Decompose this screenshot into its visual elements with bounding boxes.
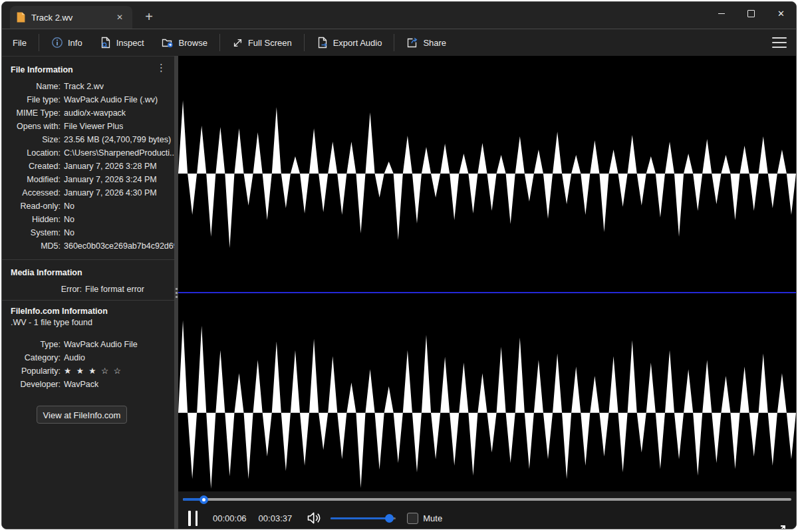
info-row: Popularity:★ ★ ★ ☆ ☆ [2,364,174,378]
info-row: Location:C:\Users\SharpenedProducti... [2,146,174,160]
file-information-title: File Information [2,65,174,74]
file-menu-button[interactable]: File [2,38,35,48]
minimize-button[interactable] [706,2,736,25]
desktop: Track 2.wv ✕ + ✕ File Info [0,0,798,532]
splitter-grip-icon [176,288,178,298]
toolbar-separator [219,34,220,51]
fileinfo-subtitle: .WV - 1 file type found [2,316,174,329]
new-tab-button[interactable]: + [139,7,159,27]
info-row: Hidden:No [2,213,174,226]
window-controls: ✕ [706,2,796,26]
maximize-button[interactable] [736,2,766,25]
info-row: Read-only:No [2,200,174,213]
title-bar: Track 2.wv ✕ + ✕ [2,2,796,29]
info-sidebar: ⋮ File Information Name:Track 2.wv File … [2,56,174,529]
fileinfo-title: FileInfo.com Information [2,307,174,316]
audio-viewer: 00:00:06 00:03:37 Mute [178,56,796,529]
browse-icon [162,37,174,49]
document-icon [17,12,25,23]
tab-title: Track 2.wv [31,13,114,23]
section-divider [2,300,174,301]
info-row: Category:Audio [2,351,174,364]
browse-button[interactable]: Browse [153,37,216,49]
file-viewer-plus-window: Track 2.wv ✕ + ✕ File Info [1,1,797,529]
volume-slider[interactable] [331,513,396,523]
waveform-display [178,56,796,491]
hamburger-menu-icon[interactable] [772,37,787,48]
seek-bar[interactable] [183,495,791,504]
volume-fill [331,517,390,519]
info-row: Accessed:January 7, 2026 4:30 PM [2,186,174,200]
share-button[interactable]: Share [398,37,455,49]
info-row: Developer:WavPack [2,378,174,391]
info-row: Opens with:File Viewer Plus [2,120,174,133]
section-divider [2,259,174,260]
view-at-fileinfo-button[interactable]: View at FileInfo.com [37,406,127,424]
minimize-icon [718,13,725,14]
kebab-menu-icon[interactable]: ⋮ [152,61,170,75]
pause-icon [196,511,198,526]
speaker-icon[interactable] [306,511,322,525]
info-row: Created:January 7, 2026 3:28 PM [2,160,174,173]
total-duration: 00:03:37 [259,513,293,523]
info-row: System:No [2,226,174,239]
seek-thumb[interactable] [200,495,208,504]
mute-control: Mute [407,513,442,524]
export-audio-button[interactable]: Export Audio [308,37,391,49]
toolbar: File Info Inspect [2,29,796,56]
info-row: Type:WavPack Audio File [2,338,174,351]
toolbar-separator [394,34,394,51]
waveform-right-channel [178,293,796,491]
pause-icon [188,511,191,526]
fullscreen-icon [232,37,243,49]
info-button[interactable]: Info [43,37,91,49]
info-row: MIME Type:audio/x-wavpack [2,106,174,120]
volume-thumb[interactable] [385,514,394,523]
share-icon [406,37,418,49]
seek-track[interactable] [183,498,791,501]
pause-button[interactable] [188,511,198,526]
current-time: 00:00:06 [213,513,247,523]
popularity-stars: ★ ★ ★ ☆ ☆ [64,364,122,378]
file-information-rows: Name:Track 2.wv File type:WavPack Audio … [2,80,174,253]
inspect-button[interactable]: Inspect [91,37,153,49]
info-row: Name:Track 2.wv [2,80,174,93]
info-row: Modified:January 7, 2026 3:24 PM [2,173,174,186]
inspect-icon [100,37,112,49]
info-row: File type:WavPack Audio File (.wv) [2,93,174,106]
maximize-icon [747,10,755,17]
mute-checkbox[interactable] [407,513,418,524]
close-button[interactable]: ✕ [766,2,796,25]
toolbar-separator [39,34,39,51]
player-controls: 00:00:06 00:03:37 Mute [178,491,796,529]
toolbar-separator [304,34,305,51]
full-screen-button[interactable]: Full Screen [223,37,301,49]
info-row: Error:File format error [2,283,174,296]
info-row: MD5:360ec0b03ce269ab7b4c92d69... [2,239,174,253]
export-icon [317,37,329,49]
waveform-left-channel [178,56,796,292]
tab-close-icon[interactable]: ✕ [114,11,126,23]
media-information-title: Media Information [2,268,174,277]
info-row: Size:23.56 MB (24,700,799 bytes) [2,133,174,146]
mute-label: Mute [423,513,442,523]
control-row: 00:00:06 00:03:37 Mute [178,506,796,529]
tab-track2[interactable]: Track 2.wv ✕ [10,6,132,29]
expand-icon[interactable] [771,523,787,529]
info-icon [51,37,63,49]
